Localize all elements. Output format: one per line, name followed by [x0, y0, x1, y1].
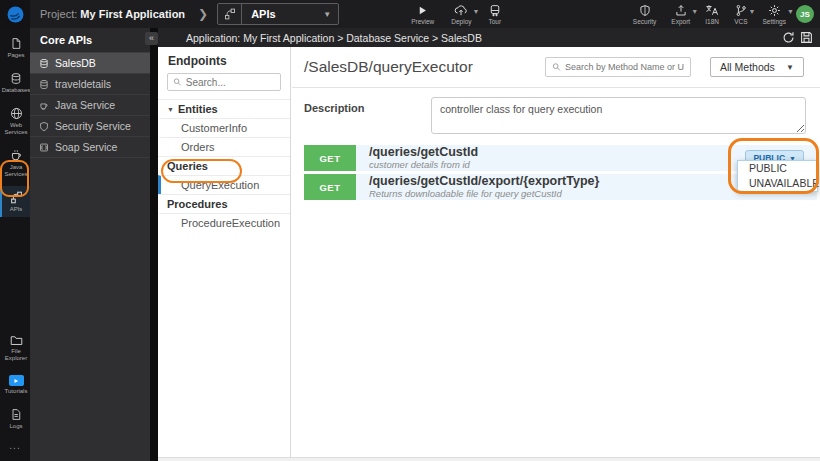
description-input[interactable]: controller class for query execution	[431, 97, 806, 134]
service-item-label: Security Service	[55, 120, 131, 132]
vcs-label: VCS	[734, 18, 747, 25]
project-name: My First Application	[80, 8, 185, 20]
method-filter-dropdown[interactable]: All Methods ▼	[710, 57, 804, 77]
endpoints-section-entities[interactable]: ▼Entities	[158, 99, 290, 118]
rail-item-logs[interactable]: Logs	[0, 403, 30, 434]
security-button[interactable]: Security	[633, 4, 656, 25]
vcs-button[interactable]: VCS ▼	[734, 4, 747, 25]
rail-item-pages[interactable]: Pages	[0, 32, 30, 63]
left-rail: Pages Databases Web Services Java Servic…	[0, 28, 30, 461]
endpoints-section-queries[interactable]: Queries	[158, 156, 290, 175]
endpoint-info: /queries/getCustId customer details from…	[369, 146, 478, 169]
chevron-down-icon: ▼	[786, 63, 794, 72]
service-item-salesdb[interactable]: SalesDB	[30, 53, 150, 74]
rail-label: File Explorer	[2, 348, 30, 362]
shield-icon	[39, 121, 49, 132]
rail-label: Databases	[2, 87, 31, 94]
topbar: Project: My First Application ❯ APIs ▼ P…	[0, 0, 820, 28]
chevron-down-icon: ▼	[691, 8, 698, 15]
rail-label: Pages	[7, 52, 24, 59]
branch-icon	[735, 4, 747, 17]
endpoints-section-procedures[interactable]: Procedures	[158, 194, 290, 213]
database-icon	[39, 58, 49, 69]
topbar-actions-right: Security Export ▼ I18N	[633, 4, 786, 25]
rail-item-databases[interactable]: Databases	[0, 67, 30, 98]
export-icon	[675, 4, 687, 17]
endpoints-search-input[interactable]	[186, 77, 275, 88]
rail-label: Logs	[9, 423, 22, 430]
visibility-option-unavailable[interactable]: UNAVAILABLE	[738, 176, 817, 191]
http-method-badge[interactable]: GET	[304, 174, 356, 200]
rail-item-tutorials[interactable]: Tutorials	[0, 370, 30, 399]
tour-button[interactable]: Tour	[489, 4, 502, 25]
endpoints-search[interactable]	[167, 73, 281, 91]
service-item-label: traveldetails	[55, 78, 111, 90]
visibility-option-public[interactable]: PUBLIC	[738, 161, 817, 176]
search-icon	[173, 77, 182, 87]
endpoint-item-procedureexecution[interactable]: ProcedureExecution	[158, 213, 290, 232]
i18n-button[interactable]: I18N	[705, 4, 719, 25]
export-label: Export	[671, 18, 690, 25]
user-avatar[interactable]: JS	[796, 5, 814, 23]
database-icon	[39, 79, 49, 90]
endpoint-path: /queries/getCustId	[369, 146, 478, 159]
workspace-selector[interactable]: APIs ▼	[217, 3, 339, 25]
service-item-security-service[interactable]: Security Service	[30, 116, 150, 137]
i18n-label: I18N	[705, 18, 719, 25]
chevron-down-icon: ▼	[323, 10, 338, 19]
project-title: Project: My First Application	[40, 8, 185, 20]
project-label: Project:	[40, 8, 77, 20]
endpoint-info: /queries/getCustId/export/{exportType} R…	[369, 175, 599, 198]
rail-item-apis[interactable]: APIs	[0, 186, 30, 217]
export-button[interactable]: Export ▼	[671, 4, 690, 25]
method-search-input[interactable]	[565, 62, 684, 72]
chevron-right-icon: ❯	[198, 7, 208, 21]
save-icon[interactable]	[800, 31, 813, 44]
service-item-java-service[interactable]: Java Service	[30, 95, 150, 116]
http-method-badge[interactable]: GET	[304, 145, 356, 171]
section-header-label: Entities	[178, 103, 218, 115]
breadcrumb-actions	[782, 31, 820, 44]
collapse-panel-button[interactable]: «	[145, 32, 158, 45]
visibility-dropdown-menu: PUBLIC UNAVAILABLE	[737, 160, 818, 192]
tour-label: Tour	[489, 18, 502, 25]
endpoint-item-orders[interactable]: Orders	[158, 137, 290, 156]
service-item-soap-service[interactable]: Soap Service	[30, 137, 150, 158]
app-window: Project: My First Application ❯ APIs ▼ P…	[0, 0, 820, 461]
deploy-label: Deploy	[451, 18, 471, 25]
cloud-upload-icon	[454, 4, 468, 17]
collapse-triangle-icon: ▼	[167, 106, 174, 113]
preview-button[interactable]: Preview	[411, 4, 434, 25]
soap-icon	[39, 142, 49, 153]
coffee-cup-icon	[39, 100, 49, 111]
database-icon	[10, 72, 22, 85]
method-search[interactable]	[545, 57, 691, 77]
rail-item-java-services[interactable]: Java Services	[0, 144, 30, 182]
tutorial-play-icon	[9, 375, 24, 386]
rail-more-button[interactable]: ...	[0, 434, 30, 461]
settings-button[interactable]: Settings ▼	[763, 4, 787, 25]
bus-icon	[489, 4, 501, 17]
rail-item-web-services[interactable]: Web Services	[0, 102, 30, 140]
deploy-button[interactable]: Deploy ▼	[451, 4, 471, 25]
rail-item-file-explorer[interactable]: File Explorer	[0, 329, 30, 366]
search-icon	[552, 62, 561, 72]
chevron-down-icon: ▼	[787, 8, 794, 15]
endpoint-item-customerinfo[interactable]: CustomerInfo	[158, 118, 290, 137]
play-icon	[417, 4, 428, 17]
description-row: Description controller class for query e…	[292, 88, 820, 145]
globe-icon	[10, 107, 23, 120]
endpoint-item-queryexecution[interactable]: QueryExecution	[158, 175, 290, 194]
breadcrumb: Application: My First Application > Data…	[186, 32, 482, 44]
rail-label: Tutorials	[5, 388, 28, 395]
endpoints-title: Endpoints	[158, 47, 290, 73]
brand-logo[interactable]	[0, 0, 30, 28]
preview-label: Preview	[411, 18, 434, 25]
refresh-icon[interactable]	[782, 31, 795, 44]
main-content: /SalesDB/queryExecutor All Methods ▼ Des…	[292, 47, 820, 457]
panel-divider	[150, 28, 158, 461]
service-item-traveldetails[interactable]: traveldetails	[30, 74, 150, 95]
rail-spacer	[0, 217, 30, 325]
bottom-scrollbar-track[interactable]	[158, 457, 820, 461]
service-item-label: Soap Service	[55, 141, 117, 153]
